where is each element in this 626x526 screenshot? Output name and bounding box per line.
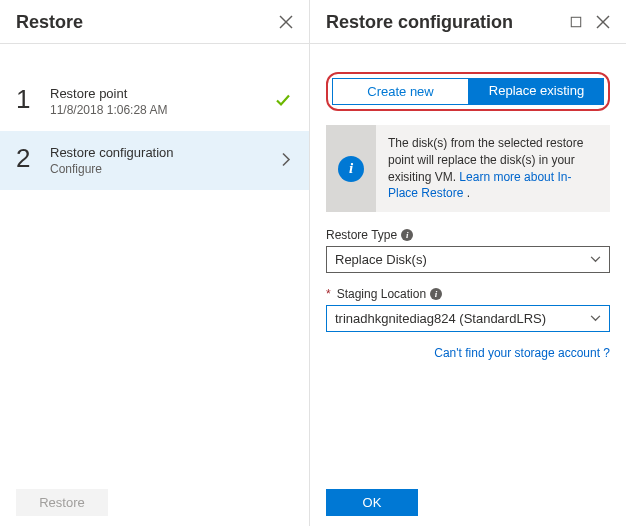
step2-subtitle: Configure [50, 162, 293, 176]
left-header: Restore [0, 0, 309, 44]
left-title: Restore [16, 12, 83, 33]
step-restore-configuration[interactable]: 2 Restore configuration Configure [0, 131, 309, 190]
chevron-right-icon [281, 152, 291, 169]
tab-replace-existing[interactable]: Replace existing [469, 78, 604, 105]
svg-rect-2 [571, 17, 580, 26]
restore-type-field: Restore Type i Replace Disk(s) [326, 228, 610, 273]
staging-location-value: trinadhkgnitediag824 (StandardLRS) [335, 311, 546, 326]
storage-help-link[interactable]: Can't find your storage account ? [434, 346, 610, 360]
right-footer: OK [310, 479, 626, 526]
step1-subtitle: 11/8/2018 1:06:28 AM [50, 103, 293, 117]
staging-location-field: * Staging Location i trinadhkgnitediag82… [326, 287, 610, 332]
restore-config-panel: Restore configuration Create new Replace… [310, 0, 626, 526]
step2-title: Restore configuration [50, 145, 293, 160]
maximize-icon[interactable] [570, 16, 582, 30]
ok-button[interactable]: OK [326, 489, 418, 516]
step-number: 2 [16, 145, 50, 171]
restore-type-select[interactable]: Replace Disk(s) [326, 246, 610, 273]
chevron-down-icon [590, 315, 601, 322]
tab-create-new[interactable]: Create new [332, 78, 469, 105]
info-text: The disk(s) from the selected restore po… [376, 125, 610, 212]
step1-title: Restore point [50, 86, 293, 101]
close-icon[interactable] [279, 15, 293, 31]
right-header: Restore configuration [310, 0, 626, 44]
restore-wizard-panel: Restore 1 Restore point 11/8/2018 1:06:2… [0, 0, 310, 526]
info-tooltip-icon[interactable]: i [401, 229, 413, 241]
info-tooltip-icon[interactable]: i [430, 288, 442, 300]
left-footer: Restore [0, 479, 309, 526]
step-number: 1 [16, 86, 50, 112]
restore-type-value: Replace Disk(s) [335, 252, 427, 267]
restore-mode-toggle: Create new Replace existing [326, 72, 610, 111]
chevron-down-icon [590, 256, 601, 263]
info-icon: i [326, 125, 376, 212]
checkmark-icon [275, 92, 291, 111]
restore-type-label: Restore Type [326, 228, 397, 242]
close-icon[interactable] [596, 15, 610, 31]
staging-location-select[interactable]: trinadhkgnitediag824 (StandardLRS) [326, 305, 610, 332]
required-asterisk: * [326, 287, 331, 301]
right-title: Restore configuration [326, 12, 513, 33]
step-restore-point[interactable]: 1 Restore point 11/8/2018 1:06:28 AM [0, 72, 309, 131]
staging-location-label: Staging Location [337, 287, 426, 301]
info-banner: i The disk(s) from the selected restore … [326, 125, 610, 212]
restore-button[interactable]: Restore [16, 489, 108, 516]
